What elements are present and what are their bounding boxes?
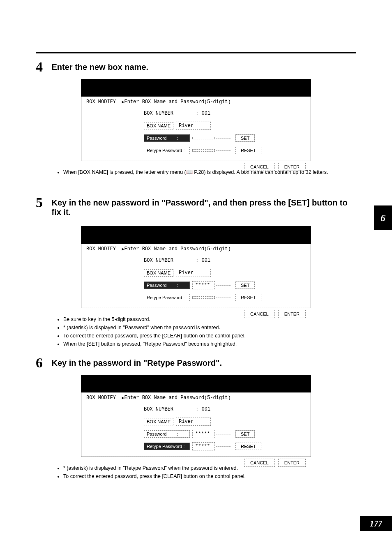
connector-line — [216, 434, 231, 434]
screenshot-header — [81, 375, 311, 392]
notes-step5: Be sure to key in the 5-digit password. … — [58, 316, 355, 349]
connector-line — [216, 138, 231, 138]
box-number-value: : 001 — [196, 406, 210, 412]
screenshot-step6: BOX MODIFY ▶Enter BOX Name and Password(… — [81, 375, 311, 457]
set-button[interactable]: SET — [235, 430, 255, 438]
colon: : — [183, 444, 184, 449]
colon: : — [183, 295, 184, 300]
retype-field[interactable] — [192, 296, 215, 299]
divider — [81, 456, 311, 456]
header-rule — [36, 52, 356, 53]
prompt-text: Enter BOX Name and Password(5-digit) — [124, 246, 231, 252]
note-text: When [BOX NAME] is pressed, the letter e… — [63, 169, 186, 175]
box-number-label: BOX NUMBER — [144, 258, 173, 263]
book-icon: 📖 — [186, 169, 193, 175]
step-number: 6 — [36, 355, 50, 371]
prompt-text: Enter BOX Name and Password(5-digit) — [124, 395, 231, 401]
prompt-text: Enter BOX Name and Password(5-digit) — [124, 99, 231, 105]
password-row: Password : SET — [86, 133, 306, 143]
divider — [81, 160, 311, 160]
chapter-tab: 6 — [374, 205, 392, 230]
screenshot-body: BOX MODIFY ▶Enter BOX Name and Password(… — [81, 392, 311, 471]
step-6: 6 Key in the password in "Retype Passwor… — [36, 355, 356, 371]
box-name-field[interactable]: River — [176, 418, 211, 426]
prompt-row: BOX MODIFY ▶Enter BOX Name and Password(… — [86, 246, 306, 252]
retype-label: Retype Password — [147, 148, 182, 153]
password-field[interactable]: ***** — [192, 430, 215, 438]
note-item: When the [SET] button is pressed, "Retyp… — [63, 340, 355, 348]
box-number-label: BOX NUMBER — [144, 111, 173, 116]
box-name-row: BOX NAME River — [86, 120, 306, 131]
page-number-tab: 177 — [360, 516, 392, 531]
set-button[interactable]: SET — [235, 282, 255, 289]
note-text: ) is displayed. A box name can contain u… — [204, 169, 328, 175]
step-number: 5 — [36, 195, 50, 210]
box-name-field[interactable]: River — [176, 269, 211, 277]
connector-line — [216, 285, 231, 286]
retype-label: Retype Password — [147, 295, 182, 300]
note-item: When [BOX NAME] is pressed, the letter e… — [63, 169, 355, 176]
connector-line — [216, 150, 231, 151]
box-number-row: BOX NUMBER : 001 — [86, 108, 306, 119]
prompt-row: BOX MODIFY ▶Enter BOX Name and Password(… — [86, 99, 306, 105]
note-item: * (asterisk) is displayed in "Retype Pas… — [63, 464, 355, 472]
step-4: 4 Enter the new box name. — [36, 59, 356, 75]
step-number: 4 — [36, 59, 50, 75]
password-label: Password — [147, 136, 166, 141]
connector-line — [216, 298, 231, 298]
prompt-label: BOX MODIFY — [86, 395, 116, 401]
box-number-label: BOX NUMBER — [144, 406, 173, 412]
box-number-value: : 001 — [196, 111, 210, 116]
prompt-row: BOX MODIFY ▶Enter BOX Name and Password(… — [86, 395, 306, 401]
connector-line — [216, 446, 231, 447]
screenshot-body: BOX MODIFY ▶Enter BOX Name and Password(… — [81, 244, 311, 322]
colon: : — [177, 283, 178, 288]
colon: : — [177, 136, 178, 141]
screenshot-step4: BOX MODIFY ▶Enter BOX Name and Password(… — [81, 79, 311, 161]
box-name-field[interactable]: River — [176, 122, 211, 130]
screenshot-header — [81, 226, 311, 244]
notes-step6: * (asterisk) is displayed in "Retype Pas… — [58, 464, 355, 481]
screenshot-body: BOX MODIFY ▶Enter BOX Name and Password(… — [81, 97, 311, 175]
note-ref: P.28 — [193, 169, 204, 175]
password-field[interactable] — [192, 137, 215, 139]
box-name-button[interactable]: BOX NAME — [144, 122, 173, 129]
set-button[interactable]: SET — [235, 134, 255, 142]
retype-field[interactable] — [192, 149, 215, 152]
reset-button[interactable]: RESET — [235, 443, 261, 450]
note-item: * (asterisk) is displayed in "Password" … — [63, 324, 355, 331]
retype-label: Retype Password — [147, 444, 182, 449]
prompt-label: BOX MODIFY — [86, 246, 116, 252]
screenshot-header — [81, 79, 311, 97]
notes-step4: When [BOX NAME] is pressed, the letter e… — [58, 169, 355, 177]
screenshot-step5: BOX MODIFY ▶Enter BOX Name and Password(… — [81, 226, 311, 308]
step-title: Key in the password in "Retype Password"… — [51, 355, 222, 368]
divider — [81, 307, 311, 307]
password-label: Password — [147, 432, 166, 436]
retype-field[interactable]: ***** — [192, 442, 215, 450]
password-field[interactable]: ***** — [192, 281, 215, 289]
step-title: Key in the new password in "Password", a… — [51, 195, 355, 217]
step-5: 5 Key in the new password in "Password",… — [36, 195, 356, 217]
box-number-value: : 001 — [196, 258, 210, 263]
box-name-button[interactable]: BOX NAME — [144, 269, 173, 277]
box-name-button[interactable]: BOX NAME — [144, 418, 173, 425]
colon: : — [177, 432, 178, 436]
note-item: To correct the entered password, press t… — [63, 473, 355, 480]
reset-button[interactable]: RESET — [235, 294, 261, 301]
note-item: Be sure to key in the 5-digit password. — [63, 316, 355, 323]
password-label: Password — [147, 283, 166, 288]
step-title: Enter the new box name. — [51, 59, 148, 72]
retype-row: Retype Password : RESET — [86, 145, 306, 156]
note-item: To correct the entered password, press t… — [63, 332, 355, 339]
prompt-label: BOX MODIFY — [86, 99, 116, 105]
reset-button[interactable]: RESET — [235, 147, 261, 154]
colon: : — [183, 148, 184, 153]
